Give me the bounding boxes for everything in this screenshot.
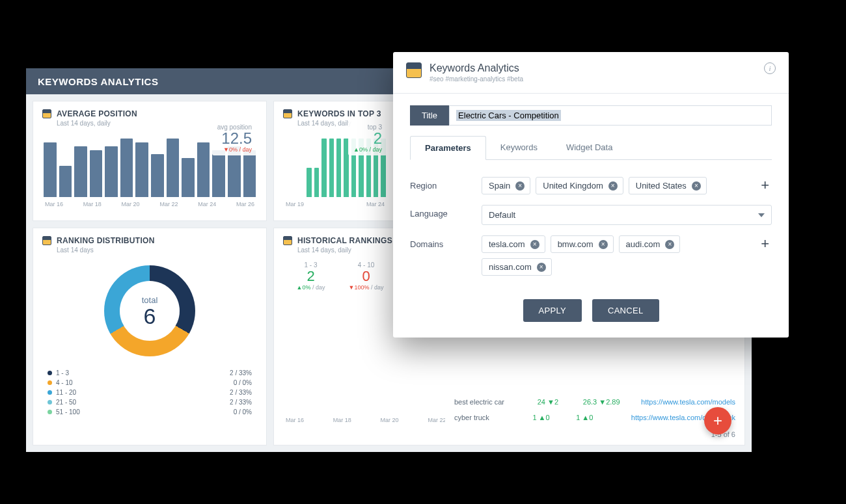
modal-keywords-analytics: Keywords Analytics #seo #marketing-analy… [393, 52, 789, 338]
param-label-language: Language [410, 205, 469, 219]
legend-item: 21 - 502 / 33% [42, 397, 257, 407]
modal-title: Keywords Analytics [430, 62, 523, 74]
tabs: Parameters Keywords Widget Data [410, 136, 772, 160]
remove-chip-icon[interactable]: × [515, 181, 525, 191]
fab-add-button[interactable]: + [704, 407, 731, 434]
legend: 1 - 32 / 33%4 - 100 / 0%11 - 202 / 33%21… [42, 368, 257, 417]
metric-box: avg position 12.5 ▼0% / day [212, 121, 257, 155]
chip[interactable]: bmw.com× [551, 235, 614, 253]
legend-item: 1 - 32 / 33% [42, 368, 257, 378]
language-select[interactable]: Default [482, 205, 772, 225]
pager: 1-5 of 6 [454, 425, 735, 438]
remove-chip-icon[interactable]: × [537, 263, 546, 272]
cancel-button[interactable]: CANCEL [592, 299, 659, 322]
chip[interactable]: United Kingdom× [536, 177, 623, 194]
widget-icon [406, 62, 422, 78]
widget-icon [42, 236, 51, 245]
title-field-label: Title [410, 105, 449, 126]
card-top3: KEYWORDS IN TOP 3 Last 14 days, daily to… [273, 101, 397, 221]
tab-widget-data[interactable]: Widget Data [552, 136, 627, 159]
chip[interactable]: audi.com× [619, 235, 681, 253]
chart-xaxis: Mar 19Mar 24 [283, 201, 387, 207]
metric-box: top 3 2 ▲0% / day [348, 121, 387, 155]
widget-icon [283, 109, 292, 118]
chip[interactable]: tesla.com× [482, 235, 545, 253]
card-ranking-distribution: RANKING DISTRIBUTION Last 14 days total … [33, 228, 267, 445]
domain-chips: tesla.com×bmw.com×audi.com×nissan.com× [482, 235, 716, 276]
modal-tags: #seo #marketing-analytics #beta [430, 75, 523, 83]
widget-icon [283, 236, 292, 245]
region-chips: Spain×United Kingdom×United States× [482, 177, 745, 194]
chevron-down-icon [758, 213, 765, 217]
remove-chip-icon[interactable]: × [665, 240, 674, 249]
chip[interactable]: nissan.com× [482, 258, 552, 276]
widget-icon [42, 109, 51, 118]
add-domain-button[interactable]: + [758, 235, 772, 252]
card-average-position: AVERAGE POSITION Last 14 days, daily avg… [33, 101, 267, 221]
keyword-table: best electric car24 ▼226.3 ▼2.89https://… [445, 388, 744, 445]
title-input[interactable]: Electric Cars - Competition [449, 105, 772, 126]
donut-chart: total 6 [104, 265, 195, 356]
legend-item: 51 - 1000 / 0% [42, 407, 257, 417]
add-region-button[interactable]: + [758, 177, 772, 194]
remove-chip-icon[interactable]: × [599, 240, 608, 249]
param-label-region: Region [410, 177, 469, 191]
tab-parameters[interactable]: Parameters [410, 136, 486, 160]
chart-xaxis: Mar 16Mar 18Mar 20Mar 22Mar 24Mar 26 [42, 201, 257, 207]
card-title: RANKING DISTRIBUTION [57, 236, 155, 245]
card-subtitle: Last 14 days [57, 246, 257, 254]
table-row: cyber truck1 ▲01 ▲0https://www.tesla.com… [454, 410, 735, 425]
legend-item: 4 - 100 / 0% [42, 378, 257, 388]
remove-chip-icon[interactable]: × [608, 181, 618, 191]
remove-chip-icon[interactable]: × [692, 181, 701, 191]
card-title: AVERAGE POSITION [57, 109, 137, 118]
chip[interactable]: United States× [629, 177, 707, 194]
card-title: KEYWORDS IN TOP 3 [297, 109, 381, 118]
param-label-domains: Domains [410, 235, 469, 249]
chip[interactable]: Spain× [482, 177, 530, 194]
info-icon[interactable]: i [764, 62, 776, 74]
legend-item: 11 - 202 / 33% [42, 388, 257, 397]
tab-keywords[interactable]: Keywords [486, 136, 552, 159]
apply-button[interactable]: APPLY [523, 299, 582, 322]
card-title: HISTORICAL RANKINGS [297, 236, 392, 245]
remove-chip-icon[interactable]: × [530, 240, 539, 249]
table-row: best electric car24 ▼226.3 ▼2.89https://… [454, 394, 735, 410]
